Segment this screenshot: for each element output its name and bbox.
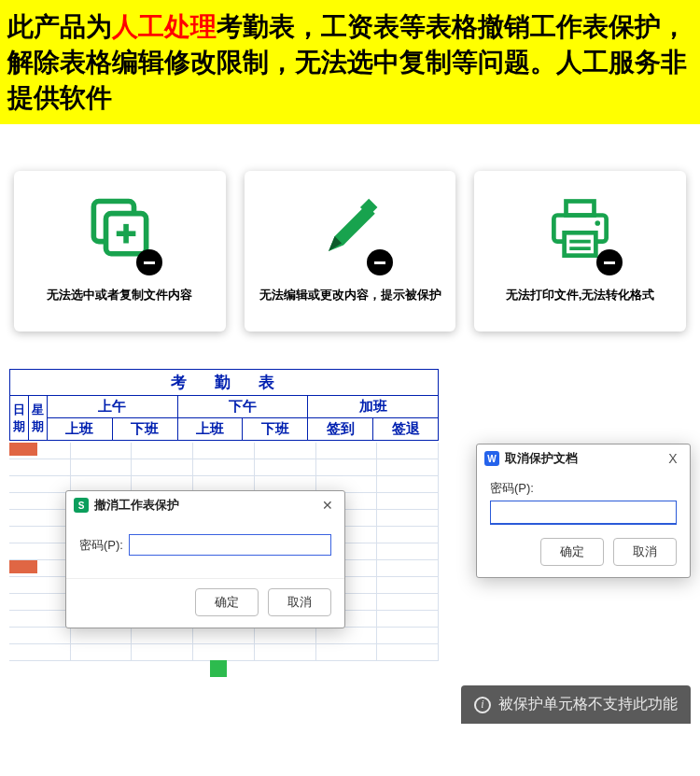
unprotect-sheet-dialog: S 撤消工作表保护 ✕ 密码(P): 确定 取消 [65, 490, 345, 628]
password-input[interactable] [490, 501, 677, 525]
subcol: 下班 [243, 418, 308, 441]
subcol: 下班 [112, 418, 177, 441]
card-label: 无法选中或者复制文件内容 [23, 287, 217, 303]
card-cannot-print: 无法打印文件,无法转化格式 [474, 171, 686, 332]
minus-badge-icon [367, 249, 393, 275]
col-weekday: 星期 [29, 396, 48, 441]
subcol: 签到 [308, 418, 373, 441]
svg-rect-9 [565, 233, 596, 256]
ok-button[interactable]: 确定 [540, 538, 604, 566]
card-cannot-copy: 无法选中或者复制文件内容 [14, 171, 226, 332]
toast-text: 被保护单元格不支持此功能 [498, 695, 678, 714]
attendance-table: 考勤表 日期 星期 上午 下午 加班 上班 下班 上班 下班 签到 签退 [9, 369, 439, 441]
banner-highlight: 人工处理 [112, 12, 217, 41]
spreadsheet-area: 考勤表 日期 星期 上午 下午 加班 上班 下班 上班 下班 签到 签退 [0, 369, 700, 724]
ok-button[interactable]: 确定 [195, 588, 259, 616]
unprotect-doc-dialog: W 取消保护文档 X 密码(P): 确定 取消 [476, 444, 691, 578]
dialog-title-text: 取消保护文档 [505, 450, 658, 467]
minus-badge-icon [596, 249, 623, 275]
cancel-button[interactable]: 取消 [613, 538, 677, 566]
info-icon: i [474, 697, 491, 713]
dialog-titlebar: S 撤消工作表保护 ✕ [66, 491, 344, 519]
svg-point-12 [595, 221, 601, 227]
subcol: 签退 [373, 418, 439, 441]
subcol: 上班 [48, 418, 113, 441]
card-icon-wrap [85, 194, 155, 268]
password-label: 密码(P): [79, 537, 123, 554]
group-pm: 下午 [177, 396, 308, 418]
card-icon-wrap [545, 194, 615, 268]
subcol: 上班 [177, 418, 243, 441]
close-icon[interactable]: X [664, 451, 682, 466]
dialog-titlebar: W 取消保护文档 X [477, 444, 690, 473]
protection-toast: i 被保护单元格不支持此功能 [461, 685, 691, 724]
card-label: 无法编辑或更改内容，提示被保护 [254, 287, 447, 303]
dialog-title-text: 撤消工作表保护 [94, 497, 313, 514]
banner-text: 此产品为人工处理考勤表，工资表等表格撤销工作表保护，解除表格编辑修改限制，无法选… [7, 9, 693, 115]
card-label: 无法打印文件,无法转化格式 [483, 287, 677, 303]
promo-banner: 此产品为人工处理考勤表，工资表等表格撤销工作表保护，解除表格编辑修改限制，无法选… [0, 0, 700, 124]
group-am: 上午 [48, 396, 178, 418]
password-input[interactable] [129, 534, 331, 556]
feature-cards: 无法选中或者复制文件内容 无法编辑或更改内容，提示被保护 无法打印文件 [0, 124, 700, 369]
word-app-icon: W [484, 451, 499, 466]
close-icon[interactable]: ✕ [318, 498, 337, 513]
cancel-button[interactable]: 取消 [268, 588, 331, 616]
password-label: 密码(P): [490, 480, 677, 497]
col-date: 日期 [10, 396, 29, 441]
banner-prefix: 此产品为 [7, 12, 112, 41]
minus-badge-icon [136, 249, 162, 275]
fill-handle-icon [210, 660, 227, 677]
sheets-app-icon: S [74, 498, 89, 513]
card-icon-wrap [315, 194, 385, 268]
group-ot: 加班 [308, 396, 439, 418]
card-cannot-edit: 无法编辑或更改内容，提示被保护 [245, 171, 456, 332]
table-title: 考勤表 [10, 370, 439, 396]
